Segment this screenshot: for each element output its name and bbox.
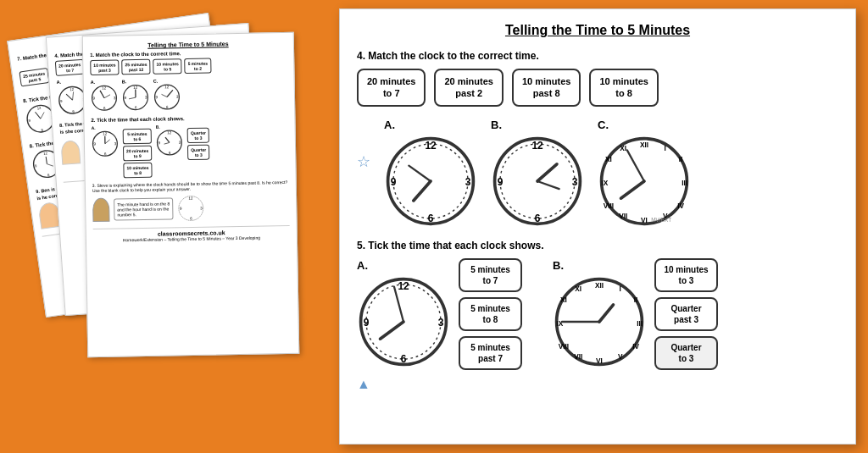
svg-text:9: 9 [391, 175, 397, 187]
star-icon: ☆ [357, 153, 370, 170]
section5-clock-b-group: B. XII II III IV VI VIII IX XI I XI V VI… [553, 258, 718, 370]
section4-label: 4. Match the clock to the correct time. [357, 50, 838, 62]
svg-text:VII: VII [619, 213, 627, 220]
svg-text:12: 12 [398, 280, 409, 292]
s5-clock-a-options: 5 minutesto 7 5 minutesto 8 5 minutespas… [459, 258, 522, 370]
svg-text:12: 12 [164, 85, 170, 89]
time-option-2: 20 minutespast 2 [434, 69, 503, 107]
svg-text:3: 3 [438, 317, 444, 329]
s5-clock-a-label: A. [357, 259, 368, 272]
main-worksheet: Telling the Time to 5 Minutes 4. Match t… [339, 8, 856, 445]
clock-c-label: C. [598, 119, 609, 131]
svg-text:12: 12 [167, 130, 172, 135]
svg-text:V: V [618, 353, 623, 361]
bottom-arrow-icon: ▲ [357, 377, 370, 391]
section5-content: A. 12 3 6 9 5 minutesto 7 5 minutesto 8 … [357, 258, 838, 370]
svg-text:II: II [679, 156, 683, 163]
clock-a-section4: A. 12 3 6 9 [384, 119, 477, 228]
svg-text:IX: IX [601, 179, 608, 186]
s5-b-option-3[interactable]: Quarterto 3 [654, 336, 718, 370]
time-option-3: 10 minutespast 8 [512, 69, 581, 107]
clock-b-label: B. [491, 119, 502, 131]
svg-text:IV: IV [677, 202, 684, 210]
s5-clock-b-options: 10 minutesto 3 Quarterpast 3 Quarterto 3 [654, 258, 718, 370]
background-page-3: Telling the Time to 5 Minutes 1. Match t… [82, 32, 300, 357]
svg-text:12: 12 [133, 86, 138, 90]
section5-clock-b: B. XII II III IV VI VIII IX XI I XI V VI… [553, 259, 646, 368]
svg-text:XI: XI [560, 296, 567, 304]
clock-c-svg: XII II III IV VI VIII IX XI I XI V VII M… [598, 135, 691, 228]
svg-text:I: I [665, 145, 666, 152]
section5-clock-a-group: A. 12 3 6 9 5 minutesto 7 5 minutesto 8 … [357, 258, 522, 370]
svg-text:III: III [637, 320, 643, 328]
section5-clock-a-svg: 12 3 6 9 [357, 275, 450, 368]
svg-text:12: 12 [189, 196, 194, 201]
svg-text:6: 6 [428, 212, 434, 224]
svg-text:9: 9 [498, 175, 504, 187]
svg-text:XII: XII [595, 282, 604, 290]
svg-text:12: 12 [531, 139, 543, 151]
bg3-title: Telling the Time to 5 Minutes [90, 40, 287, 49]
svg-text:VIII: VIII [604, 202, 614, 210]
s5-clock-b-label: B. [553, 259, 564, 272]
svg-text:6: 6 [401, 353, 407, 365]
clock-b-section4: B. 12 3 6 9 [491, 119, 584, 228]
s5-a-option-1[interactable]: 5 minutesto 7 [459, 258, 522, 292]
svg-text:XII: XII [640, 141, 648, 148]
svg-text:9: 9 [364, 317, 370, 329]
svg-text:6: 6 [535, 212, 541, 224]
svg-text:II: II [634, 296, 638, 304]
section5-clock-b-svg: XII II III IV VI VIII IX XI I XI V VII [553, 275, 646, 368]
section5-label: 5. Tick the time that each clock shows. [357, 240, 838, 251]
svg-text:12: 12 [103, 131, 108, 135]
clock-a-svg: 12 3 6 9 [384, 135, 477, 228]
clock-b-svg: 12 3 6 9 [491, 135, 584, 228]
svg-text:VIII: VIII [559, 343, 569, 351]
svg-text:XI: XI [575, 285, 581, 293]
page-title: Telling the Time to 5 Minutes [357, 23, 838, 38]
svg-text:XI: XI [620, 145, 626, 152]
time-options-row: 20 minutesto 7 20 minutespast 2 10 minut… [357, 69, 838, 107]
svg-text:VI: VI [596, 357, 603, 365]
clock-a-label: A. [384, 119, 395, 131]
svg-text:VI: VI [641, 216, 648, 224]
svg-text:III: III [682, 179, 687, 186]
time-option-1: 20 minutesto 7 [357, 69, 426, 107]
svg-text:3: 3 [572, 175, 578, 187]
svg-text:XI: XI [605, 156, 612, 163]
svg-text:IV: IV [632, 343, 639, 351]
s5-b-option-2[interactable]: Quarterpast 3 [654, 297, 718, 331]
section5-clock-a: A. 12 3 6 9 [357, 259, 450, 368]
svg-text:MV/EXT: MV/EXT [651, 216, 671, 222]
s5-a-option-3[interactable]: 5 minutespast 7 [459, 336, 522, 370]
time-option-4: 10 minutesto 8 [589, 69, 658, 107]
svg-text:12: 12 [425, 139, 437, 151]
svg-text:3: 3 [465, 175, 471, 187]
svg-text:12: 12 [102, 86, 107, 90]
svg-text:VII: VII [574, 353, 582, 361]
s5-b-option-1[interactable]: 10 minutesto 3 [654, 258, 718, 292]
svg-text:I: I [620, 285, 621, 293]
clock-c-section4: C. XII II III IV VI VIII IX XI I XI V VI… [598, 119, 691, 228]
s5-a-option-2[interactable]: 5 minutesto 8 [459, 297, 522, 331]
